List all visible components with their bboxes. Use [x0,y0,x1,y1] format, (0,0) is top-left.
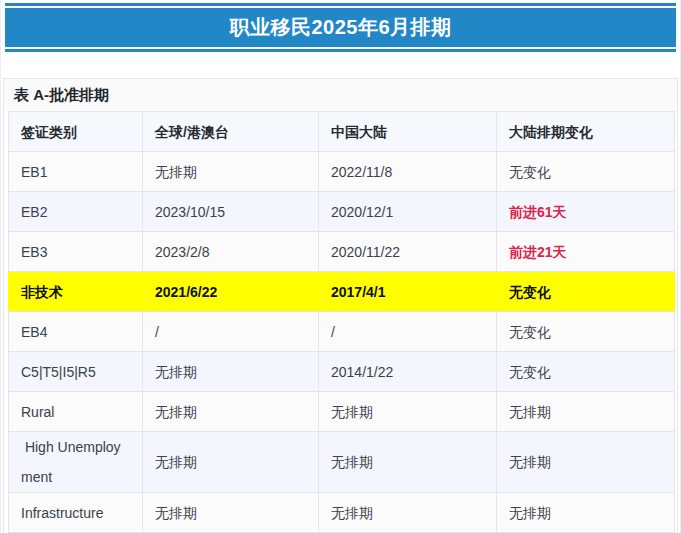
cell-mainland-date: 无排期 [319,392,497,432]
table-row: EB4 / / 无变化 [9,312,675,352]
cell-global-date: 2023/10/15 [143,192,319,232]
page-title: 职业移民2025年6月排期 [5,8,676,47]
title-banner: 职业移民2025年6月排期 [5,3,676,52]
bulletin-card: 表 A-批准排期 签证类别 全球/港澳台 中国大陆 大陆排期变化 EB1 无排期… [3,78,678,533]
title-top-rule [5,3,676,6]
col-mainland-china: 中国大陆 [319,112,497,152]
cell-mainland-date: 2020/11/22 [319,232,497,272]
cell-global-date: 无排期 [143,392,319,432]
table-row: EB2 2023/10/15 2020/12/1 前进61天 [9,192,675,232]
col-mainland-change: 大陆排期变化 [497,112,675,152]
title-bottom-rule [5,49,676,52]
cell-category: Infrastructure [9,493,143,533]
cell-category: 非技术 [9,272,143,312]
cell-change: 前进61天 [497,192,675,232]
cell-global-date: 无排期 [143,432,319,493]
cell-global-date: 无排期 [143,352,319,392]
cell-category: EB4 [9,312,143,352]
cell-category: High Unemployment [9,432,143,493]
page: 职业移民2025年6月排期 表 A-批准排期 签证类别 全球/港澳台 中国大陆 … [0,0,681,533]
col-visa-category: 签证类别 [9,112,143,152]
cell-category: Rural [9,392,143,432]
section-title: 表 A-批准排期 [4,79,677,111]
cell-mainland-date: 2014/1/22 [319,352,497,392]
cell-change: 无排期 [497,493,675,533]
header-row: 签证类别 全球/港澳台 中国大陆 大陆排期变化 [9,112,675,152]
cell-change: 无变化 [497,272,675,312]
cell-global-date: 无排期 [143,493,319,533]
cell-change: 无变化 [497,152,675,192]
cell-change: 前进21天 [497,232,675,272]
cell-global-date: / [143,312,319,352]
cell-mainland-date: 无排期 [319,493,497,533]
cell-change: 无变化 [497,312,675,352]
cell-category: EB3 [9,232,143,272]
cell-global-date: 无排期 [143,152,319,192]
cell-change: 无变化 [497,352,675,392]
cell-change: 无排期 [497,432,675,493]
table-row: EB1 无排期 2022/11/8 无变化 [9,152,675,192]
cell-global-date: 2023/2/8 [143,232,319,272]
col-global-hk-mo-tw: 全球/港澳台 [143,112,319,152]
table-row: EB3 2023/2/8 2020/11/22 前进21天 [9,232,675,272]
cell-global-date: 2021/6/22 [143,272,319,312]
visa-bulletin-table: 签证类别 全球/港澳台 中国大陆 大陆排期变化 EB1 无排期 2022/11/… [8,111,675,533]
table-row: C5|T5|I5|R5 无排期 2014/1/22 无变化 [9,352,675,392]
table-body: EB1 无排期 2022/11/8 无变化 EB2 2023/10/15 202… [9,152,675,533]
cell-mainland-date: 无排期 [319,432,497,493]
table-wrap: 签证类别 全球/港澳台 中国大陆 大陆排期变化 EB1 无排期 2022/11/… [4,111,677,533]
cell-category: EB2 [9,192,143,232]
cell-category: C5|T5|I5|R5 [9,352,143,392]
table-row: 非技术 2021/6/22 2017/4/1 无变化 [9,272,675,312]
cell-mainland-date: 2017/4/1 [319,272,497,312]
table-row: Infrastructure 无排期 无排期 无排期 [9,493,675,533]
table-header: 签证类别 全球/港澳台 中国大陆 大陆排期变化 [9,112,675,152]
table-row: High Unemployment 无排期 无排期 无排期 [9,432,675,493]
cell-mainland-date: / [319,312,497,352]
table-row: Rural 无排期 无排期 无排期 [9,392,675,432]
cell-mainland-date: 2020/12/1 [319,192,497,232]
cell-category: EB1 [9,152,143,192]
cell-change: 无排期 [497,392,675,432]
cell-mainland-date: 2022/11/8 [319,152,497,192]
